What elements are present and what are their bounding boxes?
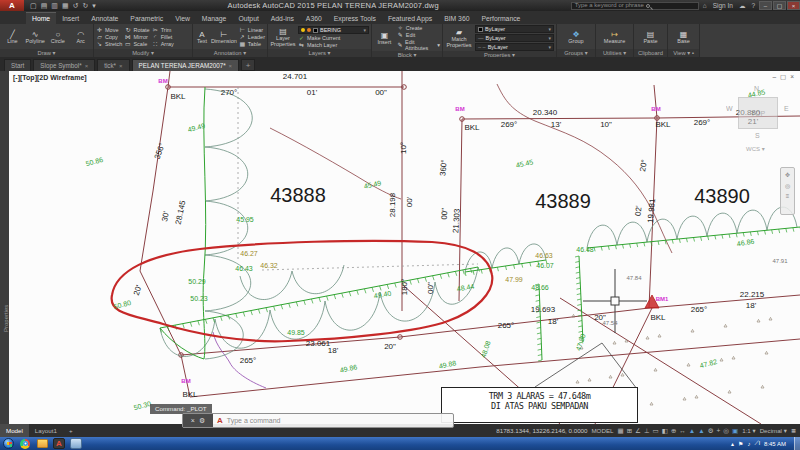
drawing-close-icon[interactable]: × [790, 73, 794, 81]
ribbon-tab-home[interactable]: Home [26, 12, 56, 24]
orbit-icon[interactable]: ≡ [786, 193, 790, 199]
new-layout-button[interactable]: + [63, 424, 79, 437]
match-properties-button[interactable]: ▰Match Properties [445, 25, 473, 51]
restore-button[interactable]: ▢ [773, 1, 786, 10]
viewcube-south[interactable]: S [755, 132, 760, 139]
isolate-icon[interactable]: ◎ [723, 427, 729, 435]
file-tab-slope-symbol-[interactable]: Slope Symbol*× [33, 59, 95, 71]
ribbon-tab-output[interactable]: Output [232, 13, 264, 24]
viewport-controls[interactable]: [-][Top][2D Wireframe] [13, 74, 87, 81]
layer-properties-button[interactable]: ▤Layer Properties [270, 25, 296, 49]
polar-icon[interactable]: ∠ [635, 427, 641, 435]
move-button[interactable]: ✛Move [96, 27, 122, 33]
navigation-bar[interactable]: ✥ ◎ ≡ [780, 167, 795, 215]
customization-icon[interactable]: ≣ [791, 427, 796, 434]
start-button[interactable] [3, 438, 14, 449]
trim-button[interactable]: ✂Trim [152, 27, 174, 33]
help-icon[interactable]: ? [751, 2, 755, 9]
dynamic-input-icon[interactable]: ▲ [689, 427, 695, 435]
panel-label-groups[interactable]: Groups ▾ [557, 49, 595, 57]
viewcube[interactable]: N W TOP E S WCS ▾ [724, 83, 794, 163]
new-drawing-tab-button[interactable]: + [241, 59, 255, 71]
minimize-button[interactable]: – [759, 1, 772, 10]
lineweight-icon[interactable]: ▭ [653, 427, 659, 435]
units-dropdown[interactable]: Decimal ▾ [760, 427, 787, 434]
volume-icon[interactable]: ♪ [747, 441, 750, 447]
zoom-icon[interactable]: ◎ [785, 182, 790, 189]
taskbar-folder-button[interactable] [36, 438, 48, 449]
group-button[interactable]: ❖Group [565, 25, 588, 49]
model-space-indicator[interactable]: MODEL [591, 427, 613, 434]
autocad-app-menu-button[interactable]: A [0, 0, 24, 11]
ribbon-tab-insert[interactable]: Insert [56, 13, 85, 24]
ribbon-tab-manage[interactable]: Manage [196, 13, 233, 24]
network-icon[interactable]: ⟋l [754, 440, 760, 447]
linetype-dropdown[interactable]: – –ByLayer▾ [475, 43, 554, 51]
model-tab[interactable]: Model [0, 424, 29, 437]
panel-label-draw[interactable]: Draw ▾ [0, 49, 93, 57]
drawing-canvas[interactable]: 24.701270°01'00"BKL356°28.14530'20'10°28… [0, 71, 800, 424]
edit-attributes-button[interactable]: ✎Edit Attributes ▾ [397, 39, 440, 51]
layer-dropdown[interactable]: BERING▾ [298, 26, 369, 34]
array-button[interactable]: ∷Array [152, 41, 174, 47]
viewcube-west[interactable]: W [726, 105, 733, 112]
taskbar-autocad-button[interactable]: A [53, 438, 65, 449]
undo-icon[interactable]: ↺ [73, 2, 79, 10]
redo-icon[interactable]: ↻ [82, 2, 88, 10]
ribbon-tab-parametric[interactable]: Parametric [124, 13, 169, 24]
base-button[interactable]: ▦Base [672, 25, 695, 49]
panel-label-modify[interactable]: Modify ▾ [94, 49, 192, 57]
drawing-minimize-icon[interactable]: – [772, 73, 776, 81]
help-search-input[interactable]: Type a keyword or phrase [571, 2, 699, 10]
transparency-icon[interactable]: ◧ [662, 427, 668, 435]
edit-block-button[interactable]: ✎Edit [397, 32, 440, 38]
ribbon-tab-annotate[interactable]: Annotate [85, 13, 124, 24]
viewcube-wcs-menu[interactable]: WCS ▾ [746, 145, 765, 152]
lineweight-dropdown[interactable]: —ByLayer▾ [475, 34, 554, 42]
plot-icon[interactable]: ▦ [62, 2, 69, 10]
tray-expand-icon[interactable]: ▴ [731, 440, 734, 447]
make-current-button[interactable]: ✓Make Current [298, 35, 369, 41]
command-input[interactable]: Type a command [227, 417, 281, 424]
measure-button[interactable]: ↦Measure [603, 25, 626, 49]
panel-label-annotation[interactable]: Annotation ▾ [193, 49, 267, 57]
panel-label-layers[interactable]: Layers ▾ [268, 49, 371, 57]
leader-button[interactable]: ↗Leader [239, 34, 265, 40]
text-button[interactable]: AText [195, 25, 209, 49]
ribbon-tab-a360[interactable]: A360 [300, 13, 328, 24]
exchange-icon[interactable]: ⌂ [703, 2, 707, 9]
ribbon-tab-featured-apps[interactable]: Featured Apps [382, 13, 438, 24]
file-tab-pelan-terena-jeram2007-[interactable]: PELAN TERENA JERAM2007*× [132, 59, 240, 71]
command-line[interactable]: × ⚙ A Type a command [182, 413, 454, 428]
paste-button[interactable]: ▤Paste [639, 25, 662, 49]
command-customize-icon[interactable]: ⚙ [199, 417, 205, 425]
stretch-button[interactable]: ↘Stretch [96, 41, 122, 47]
ribbon-tab-bim-360[interactable]: BIM 360 [438, 13, 475, 24]
clean-screen-icon[interactable]: ▣ [732, 427, 738, 435]
new-icon[interactable]: ▢ [30, 2, 37, 10]
close-button[interactable]: × [787, 1, 800, 10]
copy-button[interactable]: ▱Copy [96, 34, 122, 40]
show-desktop-button[interactable] [794, 437, 800, 450]
dimension-button[interactable]: ⊢Dimension [211, 25, 237, 49]
file-tab-start[interactable]: Start [4, 59, 31, 71]
arc-button[interactable]: ◠Arc [70, 25, 91, 49]
ribbon-tab-performance[interactable]: Performance [475, 13, 526, 24]
circle-button[interactable]: ○Circle [48, 25, 69, 49]
ortho-icon[interactable]: ⊥ [644, 427, 650, 435]
viewcube-east[interactable]: E [784, 105, 789, 112]
a360-cloud-icon[interactable]: ☁ [739, 2, 746, 10]
save-icon[interactable]: ▥ [51, 2, 58, 10]
line-button[interactable]: ╱Line [2, 25, 23, 49]
color-dropdown[interactable]: ByLayer▾ [475, 25, 554, 33]
command-line-grip[interactable]: × ⚙ [183, 414, 213, 427]
insert-button[interactable]: ▣Insert [374, 25, 395, 51]
file-tab-close-icon[interactable]: × [85, 63, 89, 69]
linear-button[interactable]: ⊢Linear [239, 27, 265, 33]
annotation-plus-icon[interactable]: + [717, 427, 721, 435]
file-tab-close-icon[interactable]: × [229, 63, 233, 69]
viewcube-north[interactable]: N [754, 85, 759, 92]
taskbar-clock[interactable]: 8:45 AM [764, 441, 786, 447]
layout1-tab[interactable]: Layout1 [29, 424, 63, 437]
drawing-restore-icon[interactable]: ▢ [780, 73, 786, 81]
